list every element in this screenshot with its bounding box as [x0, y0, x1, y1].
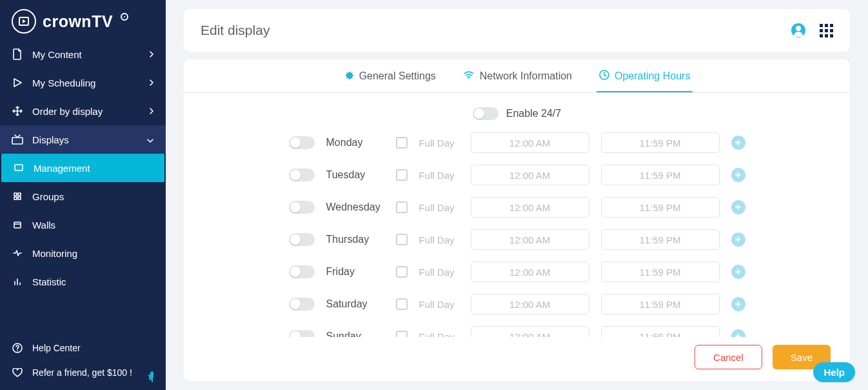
start-time-input[interactable]	[471, 262, 589, 282]
help-center-link[interactable]: Help Center	[0, 336, 166, 360]
day-name: Monday	[326, 137, 384, 149]
sub-label: Statistic	[32, 276, 66, 287]
day-name: Tuesday	[326, 169, 384, 181]
main-content: Edit display General Settings Network In…	[166, 0, 868, 390]
add-time-range-button[interactable]: +	[731, 168, 745, 182]
brand-logo[interactable]: crownTV	[0, 0, 166, 40]
end-time-input[interactable]	[601, 132, 720, 153]
day-enable-toggle[interactable]	[289, 330, 315, 337]
fullday-checkbox[interactable]	[396, 298, 408, 310]
svg-rect-4	[14, 197, 17, 200]
tab-label: General Settings	[359, 70, 436, 82]
end-time-input[interactable]	[601, 326, 720, 337]
heart-icon	[12, 368, 23, 377]
end-time-input[interactable]	[601, 262, 720, 282]
page-header: Edit display	[184, 9, 850, 52]
sub-label: Management	[34, 163, 90, 174]
day-name: Thursday	[326, 234, 384, 245]
nav-my-content[interactable]: My Content	[0, 40, 166, 68]
start-time-input[interactable]	[471, 132, 589, 153]
tv-icon	[12, 134, 23, 145]
svg-rect-5	[18, 197, 21, 200]
svg-rect-3	[18, 193, 21, 196]
end-time-input[interactable]	[601, 229, 720, 250]
start-time-input[interactable]	[471, 165, 589, 185]
page-title: Edit display	[201, 23, 270, 38]
enable-247-label: Enable 24/7	[506, 108, 561, 119]
day-name: Saturday	[326, 298, 384, 310]
tab-label: Operating Hours	[615, 70, 690, 82]
add-time-range-button[interactable]: +	[731, 329, 745, 337]
day-enable-toggle[interactable]	[289, 169, 315, 181]
add-time-range-button[interactable]: +	[731, 200, 745, 214]
tab-general-settings[interactable]: General Settings	[341, 59, 439, 92]
svg-rect-9	[152, 377, 153, 382]
nav: My Content My Scheduling Order by displa…	[0, 40, 166, 332]
add-time-range-button[interactable]: +	[731, 232, 745, 247]
day-enable-toggle[interactable]	[289, 298, 315, 311]
day-row: WednesdayFull Day+	[184, 191, 850, 223]
sub-groups[interactable]: Groups	[0, 182, 166, 210]
fullday-checkbox[interactable]	[396, 201, 408, 213]
fullday-label: Full Day	[419, 299, 459, 310]
nav-order-by-display[interactable]: Order by display	[0, 97, 166, 125]
day-enable-toggle[interactable]	[289, 136, 315, 149]
chevron-right-icon	[149, 106, 154, 117]
fullday-label: Full Day	[419, 138, 459, 149]
footer-label: Refer a friend, get $100 !	[32, 367, 132, 378]
pin-icon[interactable]	[148, 371, 157, 386]
sidebar-footer: Help Center Refer a friend, get $100 !	[0, 332, 166, 390]
sub-statistic[interactable]: Statistic	[0, 267, 166, 296]
tab-label: Network Information	[480, 70, 572, 82]
fullday-label: Full Day	[419, 267, 459, 278]
enable-247-toggle[interactable]	[473, 107, 498, 120]
nav-label: My Scheduling	[32, 77, 95, 88]
add-time-range-button[interactable]: +	[731, 265, 745, 279]
clock-icon	[599, 70, 609, 82]
document-icon	[12, 48, 23, 60]
end-time-input[interactable]	[601, 165, 720, 185]
day-enable-toggle[interactable]	[289, 201, 315, 214]
fullday-checkbox[interactable]	[396, 266, 408, 278]
refer-friend-link[interactable]: Refer a friend, get $100 !	[0, 360, 166, 385]
day-enable-toggle[interactable]	[289, 265, 315, 278]
end-time-input[interactable]	[601, 197, 720, 218]
gear-icon	[344, 70, 354, 82]
nav-displays[interactable]: Displays	[0, 125, 166, 154]
operating-hours-form: Enable 24/7 MondayFull Day+TuesdayFull D…	[184, 93, 850, 337]
day-row: FridayFull Day+	[184, 256, 850, 288]
end-time-input[interactable]	[601, 294, 720, 314]
enable-247-row: Enable 24/7	[184, 101, 850, 127]
user-avatar-icon[interactable]	[791, 23, 805, 37]
day-row: SaturdayFull Day+	[184, 288, 850, 320]
sub-walls[interactable]: Walls	[0, 210, 166, 239]
tab-network-information[interactable]: Network Information	[460, 59, 575, 92]
day-enable-toggle[interactable]	[289, 233, 315, 246]
start-time-input[interactable]	[471, 197, 589, 218]
sub-management[interactable]: Management	[1, 154, 164, 182]
fullday-label: Full Day	[419, 331, 459, 338]
nav-label: Order by display	[32, 106, 103, 117]
start-time-input[interactable]	[471, 229, 589, 250]
nav-label: Displays	[32, 134, 69, 145]
help-icon	[12, 343, 23, 353]
fullday-checkbox[interactable]	[396, 137, 408, 149]
add-time-range-button[interactable]: +	[731, 297, 745, 311]
move-icon	[12, 106, 23, 116]
start-time-input[interactable]	[471, 326, 589, 337]
fullday-label: Full Day	[419, 234, 459, 245]
wifi-icon	[463, 70, 475, 81]
help-widget[interactable]: Help	[813, 362, 855, 382]
tab-operating-hours[interactable]: Operating Hours	[597, 59, 693, 92]
nav-my-scheduling[interactable]: My Scheduling	[0, 68, 166, 97]
apps-grid-icon[interactable]	[820, 24, 833, 37]
fullday-checkbox[interactable]	[396, 169, 408, 181]
cancel-button[interactable]: Cancel	[695, 345, 762, 369]
logo-icon	[12, 9, 36, 34]
start-time-input[interactable]	[471, 294, 589, 314]
add-time-range-button[interactable]: +	[731, 136, 745, 150]
sub-monitoring[interactable]: Monitoring	[0, 239, 166, 267]
bars-icon	[12, 278, 23, 285]
fullday-checkbox[interactable]	[396, 234, 408, 245]
fullday-checkbox[interactable]	[396, 331, 408, 337]
